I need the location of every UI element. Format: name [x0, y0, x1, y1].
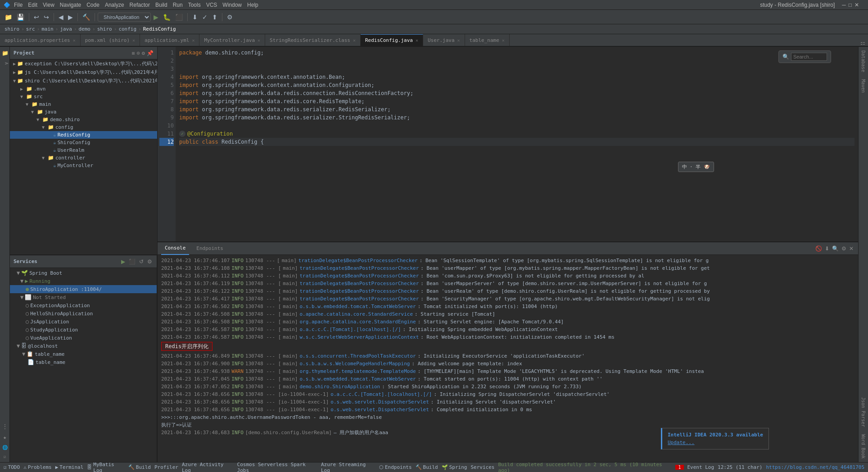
services-settings-button[interactable]: ⚙	[146, 258, 153, 266]
git-update-button[interactable]: ⬇	[190, 13, 199, 22]
maximize-button[interactable]: □	[849, 2, 852, 8]
git-url[interactable]: https://blog.csdn.net/qq_46481705	[766, 464, 864, 470]
tab-close[interactable]: ✕	[416, 38, 418, 43]
minimize-button[interactable]: ─	[842, 2, 846, 8]
service-exception-app[interactable]: ○ ExceptionApplication	[10, 301, 157, 309]
back-button[interactable]: ◀	[57, 13, 65, 22]
tab-application-properties[interactable]: application.properties ✕	[0, 34, 81, 46]
word-book-label[interactable]: Word Book	[860, 431, 867, 462]
azure-explorer-toggle[interactable]: A	[0, 59, 9, 67]
terminal-status[interactable]: ▶ Terminal	[55, 464, 84, 470]
problems-status[interactable]: ⚠ Problems	[23, 464, 52, 470]
services-stop-button[interactable]: ⬛	[128, 258, 136, 266]
tab-close[interactable]: ✕	[258, 38, 260, 43]
pin-icon[interactable]: 📌	[147, 50, 154, 56]
service-localhost-group[interactable]: ▼ 🗄 @localhost	[10, 342, 157, 350]
settings-icon[interactable]: ⚙	[142, 50, 145, 56]
tree-item-controller[interactable]: ▼ 📁 controller	[10, 154, 157, 162]
menu-code[interactable]: Code	[86, 2, 99, 8]
services-run-button[interactable]: ▶	[120, 258, 126, 266]
tab-redisconfig[interactable]: RedisConfig.java ✕	[361, 34, 423, 46]
tree-item-shiro[interactable]: ▼ 📁 shiro C:\Users\dell\Desktop\学习\...代码…	[10, 77, 157, 85]
search-input[interactable]	[791, 53, 827, 61]
debug-button[interactable]: 🐛	[161, 13, 172, 22]
tree-item-userrealm[interactable]: ☕ UserRealm	[10, 146, 157, 154]
open-file-button[interactable]: 📁	[3, 13, 14, 22]
tree-item-src[interactable]: ▼ 📁 src	[10, 93, 157, 100]
menu-run[interactable]: Run	[173, 2, 183, 8]
tree-item-main[interactable]: ▼ 📁 main	[10, 100, 157, 108]
tab-close[interactable]: ✕	[502, 38, 505, 43]
endpoints-tab[interactable]: Endpoints	[193, 242, 227, 255]
menu-analyze[interactable]: Analyze	[105, 2, 124, 8]
breadcrumb-item[interactable]: src	[26, 26, 35, 32]
tree-item-js[interactable]: ▶ 📁 js C:\Users\dell\Desktop\学习\...代码\20…	[10, 68, 157, 77]
console-settings-button[interactable]: ⚙	[841, 245, 847, 253]
breadcrumb-item[interactable]: main	[41, 26, 54, 32]
favorites-toggle[interactable]: ★	[0, 433, 9, 442]
forward-button[interactable]: ▶	[66, 13, 75, 22]
event-log-label[interactable]: Event Log	[687, 464, 714, 470]
breadcrumb-item[interactable]: shiro	[5, 26, 19, 32]
tree-item-shiroconfig[interactable]: ☕ ShiroConfig	[10, 139, 157, 146]
scroll-to-icon[interactable]: ⊙	[137, 50, 140, 56]
spring-status[interactable]: 🌱 Spring	[442, 464, 467, 470]
maven-sidebar-label[interactable]: Maven	[860, 76, 867, 96]
services-refresh-button[interactable]: ↺	[138, 258, 145, 266]
console-filter-button[interactable]: 🔍	[831, 245, 840, 253]
save-button[interactable]: 💾	[15, 13, 26, 22]
build-btn-status[interactable]: 🔨 Build	[416, 464, 438, 470]
breadcrumb-item[interactable]: java	[60, 26, 72, 32]
todo-status[interactable]: ☑ TODO	[4, 464, 20, 470]
service-tablename-child[interactable]: 📄 table_name	[10, 358, 157, 366]
console-clear-button[interactable]: 🚫	[814, 245, 823, 253]
service-running-group[interactable]: ▼ ▶ Running	[10, 277, 157, 285]
build-status[interactable]: 🔨 Build	[128, 464, 151, 470]
tree-item-redisconfig[interactable]: ☕ RedisConfig	[10, 131, 157, 139]
tab-user[interactable]: User.java ✕	[423, 34, 465, 46]
tab-tablename[interactable]: table_name ✕	[465, 34, 510, 46]
project-panel-toggle[interactable]: 📁	[0, 49, 9, 58]
tab-close[interactable]: ✕	[73, 38, 76, 43]
run-button[interactable]: ▶	[152, 13, 160, 22]
menu-build[interactable]: Build	[155, 2, 167, 8]
settings-button[interactable]: ⚙	[225, 13, 235, 22]
web-toggle[interactable]: 🌐	[0, 444, 9, 451]
service-tablename[interactable]: ▼ 📋 table_name	[10, 350, 157, 358]
close-button[interactable]: ✕	[854, 2, 859, 8]
tab-stringredis[interactable]: StringRedisSerializer.class ✕	[265, 34, 361, 46]
service-not-started-group[interactable]: ▼ ⬜ Not Started	[10, 293, 157, 301]
menu-view[interactable]: View	[43, 2, 54, 8]
tab-close[interactable]: ✕	[353, 38, 356, 43]
undo-button[interactable]: ↩	[32, 13, 41, 22]
profiler-status[interactable]: Profiler	[154, 464, 178, 470]
tab-close[interactable]: ✕	[132, 38, 135, 43]
azure-log-status[interactable]: Azure Activity Log	[182, 462, 234, 472]
collapse-all-icon[interactable]: ≡	[131, 50, 135, 56]
service-js-app[interactable]: ○ JsApplication	[10, 318, 157, 326]
endpoints-status[interactable]: ⬡ Endpoints	[379, 464, 412, 470]
redo-button[interactable]: ↪	[42, 13, 51, 22]
tree-item-mvn[interactable]: ▶ 📁 .mvn	[10, 85, 157, 93]
notification-link[interactable]: Update...	[668, 440, 695, 445]
git-commit-button[interactable]: ✓	[200, 13, 209, 22]
run-config-select[interactable]: ShiroApplication	[98, 13, 151, 22]
tab-close[interactable]: ✕	[192, 38, 194, 43]
git-push-button[interactable]: ⬆	[210, 13, 219, 22]
menu-tools[interactable]: Tools	[188, 2, 201, 8]
todo-toggle[interactable]: ☑	[0, 453, 9, 460]
cosmos-status[interactable]: Cosmos Serverless Spark Jobs	[237, 462, 317, 472]
menu-edit[interactable]: Edit	[28, 2, 37, 8]
menu-refactor[interactable]: Refactor	[130, 2, 150, 8]
tab-split-button[interactable]: ⚏	[858, 40, 868, 46]
breadcrumb-item[interactable]: config	[118, 26, 136, 32]
menu-navigate[interactable]: Navigate	[60, 2, 81, 8]
tree-item-exception[interactable]: ▶ 📁 exception C:\Users\dell\Desktop\学习\.…	[10, 59, 157, 68]
console-close-button[interactable]: ✕	[848, 245, 854, 253]
breadcrumb-item[interactable]: shiro	[97, 26, 112, 32]
code-editor[interactable]: package demo.shiro.config; import org.sp…	[176, 47, 858, 241]
json-parser-label[interactable]: Json Parser	[860, 394, 867, 431]
console-scroll-button[interactable]: ⬇	[824, 245, 830, 253]
breadcrumb-item-current[interactable]: RedisConfig	[143, 26, 176, 32]
service-hello-app[interactable]: ○ HelloShiroApplication	[10, 309, 157, 318]
